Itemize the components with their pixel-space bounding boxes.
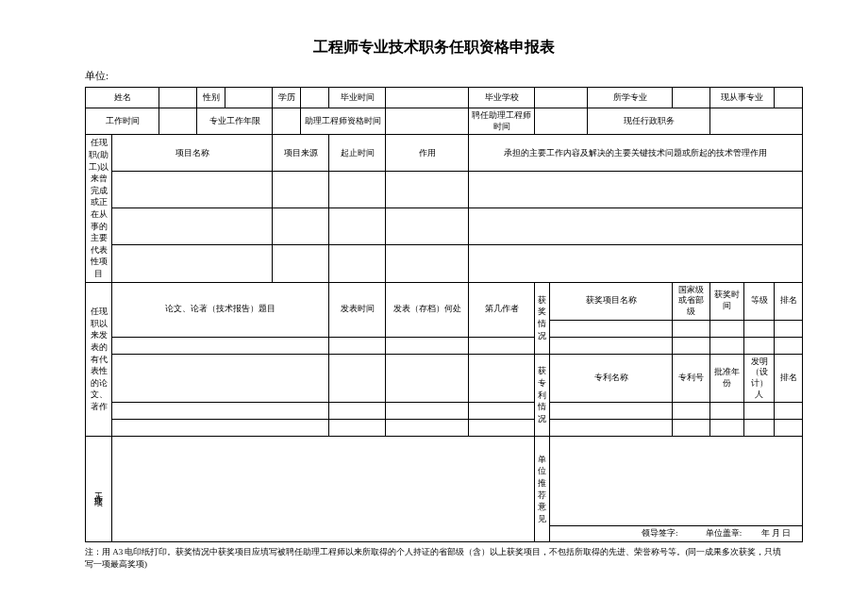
papers-side-label: 任现职以来发表的有代表性的论文、著作 [86,282,112,437]
gender-label: 性别 [197,88,225,108]
papers-col-pub-time: 发表时间 [329,282,386,337]
footer-note: 注：用 A3 电印纸打印。获奖情况中获奖项目应填写被聘任助理工程师以来所取得的个… [85,546,783,570]
paper-row[interactable] [112,403,329,420]
work-years-value[interactable] [273,108,301,135]
patent-row[interactable] [550,403,673,420]
patents-col-rank: 排名 [775,354,803,403]
patents-side-label: 获专利情况 [535,354,550,437]
current-major-label: 现从事专业 [710,88,775,108]
recommend-side-label: 单位推荐意见 [535,437,550,542]
project-row[interactable] [112,208,273,245]
perf-side-label: 工作业绩 [86,437,112,542]
grad-school-value[interactable] [535,88,588,108]
papers-col-title: 论文、论著（技术报告）题目 [112,282,329,337]
projects-col-role: 作用 [386,135,469,172]
projects-col-desc: 承担的主要工作内容及解决的主要关键技术问题或所起的技术管理作用 [469,135,803,172]
paper-row[interactable] [112,337,329,354]
projects-col-source: 项目来源 [273,135,329,172]
name-value[interactable] [159,88,197,108]
project-row[interactable] [112,172,273,208]
papers-col-pub-place: 发表（存档）何处 [386,282,469,337]
grad-time-value[interactable] [386,88,469,108]
paper-row[interactable] [112,354,329,403]
work-time-label: 工作时间 [86,108,159,135]
unit-label: 单位: [85,69,783,83]
awards-col-level: 国家级或省部级 [673,282,710,320]
page-title: 工程师专业技术职务任职资格申报表 [85,38,783,58]
projects-col-name: 项目名称 [112,135,273,172]
projects-side-label: 任现职(助工)以来曾完成或正在从事的主要代表性项目 [86,135,112,282]
patents-col-no: 专利号 [673,354,710,403]
award-row[interactable] [550,337,673,354]
patents-col-inventor: 发明（设计）人 [744,354,775,403]
perf-content[interactable] [112,437,535,542]
assist-qual-time-value[interactable] [386,108,469,135]
project-row[interactable] [112,245,273,282]
awards-side-label: 获奖情况 [535,282,550,354]
current-major-value[interactable] [775,88,803,108]
work-time-value[interactable] [159,108,197,135]
paper-row[interactable] [112,420,329,437]
awards-col-name: 获奖项目名称 [550,282,673,320]
major-label: 所学专业 [588,88,673,108]
patents-col-year: 批准年份 [710,354,744,403]
name-label: 姓名 [86,88,159,108]
gender-value[interactable] [225,88,273,108]
edu-label: 学历 [273,88,301,108]
recommend-content[interactable] [550,437,803,526]
patent-row[interactable] [550,420,673,437]
grad-school-label: 毕业学校 [469,88,535,108]
patents-col-name: 专利名称 [550,354,673,403]
signature-line: 领导签字: 单位盖章: 年 月 日 [550,526,803,542]
papers-col-author: 第几作者 [469,282,535,337]
assist-appoint-time-label: 聘任助理工程师时间 [469,108,535,135]
edu-value[interactable] [301,88,329,108]
assist-qual-time-label: 助理工程师资格时间 [301,108,386,135]
grad-time-label: 毕业时间 [329,88,386,108]
work-years-label: 专业工作年限 [197,108,273,135]
awards-col-grade: 等级 [744,282,775,320]
current-duty-value[interactable] [710,108,803,135]
projects-col-end: 起止时间 [329,135,386,172]
major-value[interactable] [673,88,710,108]
awards-col-rank: 排名 [775,282,803,320]
awards-col-time: 获奖时间 [710,282,744,320]
award-row[interactable] [550,320,673,337]
assist-appoint-time-value[interactable] [535,108,588,135]
current-duty-label: 现任行政职务 [588,108,710,135]
main-form-table: 姓名 性别 学历 毕业时间 毕业学校 所学专业 现从事专业 工作时间 专业工作年… [85,87,803,542]
